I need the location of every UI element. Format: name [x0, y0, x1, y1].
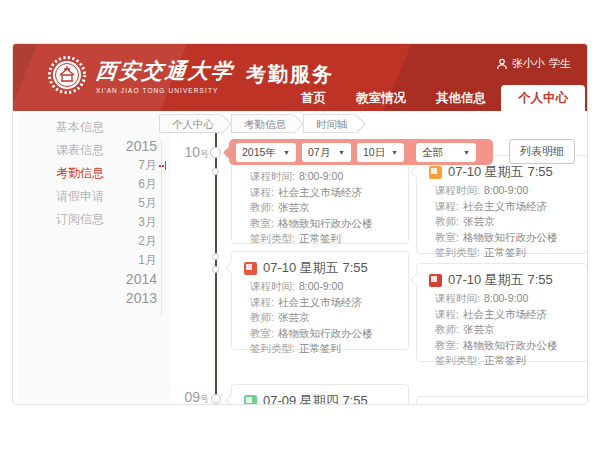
list-detail-button[interactable]: 列表明细 [509, 139, 575, 164]
chevron-down-icon: ▼ [338, 143, 345, 162]
timeline-month-nav: 2015 7月 6月 5月 3月 2月 1月 2014 2013 [109, 137, 157, 308]
field-value: 8:00-9:00 [299, 280, 343, 292]
user-role: 学生 [549, 56, 571, 71]
breadcrumb-personal-center[interactable]: 个人中心 [159, 114, 222, 133]
year-select[interactable]: 2015年▼ [236, 143, 296, 162]
field-value: 8:00-9:00 [484, 292, 528, 304]
nav-item-personal-center[interactable]: 个人中心 [501, 85, 585, 111]
timeline-nav-2014[interactable]: 2014 [109, 270, 157, 289]
field-label: 签到类型: [435, 354, 480, 366]
field-label: 签到类型: [250, 342, 295, 354]
field-value: 正常签到 [299, 342, 341, 354]
timeline-day-label-10: 10号 [169, 143, 209, 161]
signin-status-icon [429, 166, 442, 179]
nav-item-home[interactable]: 首页 [286, 85, 341, 111]
signin-status-icon [244, 395, 257, 406]
university-name-cn: 西安交通大学 [95, 57, 236, 85]
field-label: 课程时间: [435, 292, 480, 304]
app-window: 西安交通大学 XI'AN JIAO TONG UNIVERSITY 考勤服务 张… [12, 43, 588, 405]
attendance-card: 07-10 星期五 7:55 课程时间:8:00-9:00 课程:社会主义市场经… [416, 155, 588, 254]
app-title: 考勤服务 [246, 61, 334, 88]
nav-item-other[interactable]: 其他信息 [421, 85, 501, 111]
field-value: 格物致知行政办公楼 [463, 231, 558, 243]
field-value: 张芸京 [463, 215, 495, 227]
timeline-nav-may[interactable]: 5月 [109, 194, 157, 213]
field-value: 8:00-9:00 [299, 170, 343, 182]
attendance-card: 07-10 星期五 7:55 课程时间:8:00-9:00 课程:社会主义市场经… [231, 251, 409, 350]
chevron-down-icon: ▼ [283, 143, 290, 162]
content-area: 基本信息 课表信息 考勤信息 请假申请 订阅信息 个人中心 考勤信息 时间轴 2… [13, 111, 587, 405]
chevron-down-icon: ▼ [391, 143, 398, 162]
field-label: 课程: [435, 200, 459, 212]
attendance-card: 07-09 星期四 7:55 [231, 384, 409, 405]
user-icon [496, 58, 508, 70]
sidebar-item-basic-info[interactable]: 基本信息 [13, 116, 133, 139]
timeline-node [211, 394, 221, 404]
field-value: 8:00-9:00 [484, 184, 528, 196]
field-value: 正常签到 [299, 232, 341, 244]
field-label: 课程时间: [250, 280, 295, 292]
attendance-card: 07-10 星期五 7:55 课程时间:8:00-9:00 课程:社会主义市场经… [416, 263, 588, 362]
day-select[interactable]: 10日▼ [357, 143, 404, 162]
attendance-card-peek [416, 396, 588, 405]
field-value: 张芸京 [278, 311, 310, 323]
field-label: 教师: [250, 311, 274, 323]
university-name-en: XI'AN JIAO TONG UNIVERSITY [96, 87, 234, 94]
field-label: 课程: [250, 186, 274, 198]
month-nav-divider [161, 139, 162, 317]
card-title: 07-10 星期五 7:55 [263, 259, 368, 277]
timeline-nav-2015[interactable]: 2015 [109, 137, 157, 156]
field-label: 教室: [250, 327, 274, 339]
chevron-down-icon: ▼ [463, 143, 470, 162]
timeline-node [210, 147, 221, 158]
university-logo-icon [47, 55, 87, 95]
field-value: 格物致知行政办公楼 [278, 327, 373, 339]
signin-status-icon [429, 274, 442, 287]
field-label: 签到类型: [435, 246, 480, 258]
breadcrumb-attendance-info[interactable]: 考勤信息 [231, 114, 294, 133]
field-label: 签到类型: [250, 232, 295, 244]
timeline-nav-jul[interactable]: 7月 [109, 156, 157, 175]
type-select[interactable]: 全部▼ [416, 143, 476, 162]
card-title: 07-09 星期四 7:55 [263, 392, 368, 405]
field-value: 社会主义市场经济 [463, 200, 547, 212]
field-value: 正常签到 [484, 246, 526, 258]
field-label: 教室: [250, 217, 274, 229]
field-label: 课程: [250, 296, 274, 308]
field-value: 张芸京 [278, 201, 310, 213]
field-label: 课程时间: [250, 170, 295, 182]
field-label: 教室: [435, 231, 459, 243]
field-label: 教师: [435, 215, 459, 227]
timeline-nav-2013[interactable]: 2013 [109, 289, 157, 308]
timeline-day-label-09: 09号 [169, 388, 209, 405]
signin-status-icon [244, 262, 257, 275]
main-nav: 首页 教室情况 其他信息 个人中心 [286, 85, 585, 111]
field-value: 张芸京 [463, 323, 495, 335]
app-header: 西安交通大学 XI'AN JIAO TONG UNIVERSITY 考勤服务 张… [13, 44, 587, 111]
nav-item-classrooms[interactable]: 教室情况 [341, 85, 421, 111]
timeline-nav-jun[interactable]: 6月 [109, 175, 157, 194]
field-value: 社会主义市场经济 [278, 186, 362, 198]
card-title: 07-10 星期五 7:55 [448, 163, 553, 181]
breadcrumb: 个人中心 考勤信息 时间轴 [159, 114, 365, 133]
field-label: 教师: [250, 201, 274, 213]
date-filter-bubble: 2015年▼ 07月▼ 10日▼ 全部▼ [229, 139, 493, 165]
breadcrumb-timeline[interactable]: 时间轴 [303, 114, 356, 133]
card-title: 07-10 星期五 7:55 [448, 271, 553, 289]
field-value: 格物致知行政办公楼 [278, 217, 373, 229]
user-info[interactable]: 张小小 学生 [496, 56, 571, 71]
user-name: 张小小 [512, 56, 545, 71]
timeline-nav-feb[interactable]: 2月 [109, 232, 157, 251]
field-value: 社会主义市场经济 [463, 308, 547, 320]
timeline-nav-mar[interactable]: 3月 [109, 213, 157, 232]
field-value: 社会主义市场经济 [278, 296, 362, 308]
timeline-node [212, 253, 219, 260]
timeline-node [212, 168, 219, 175]
field-value: 格物致知行政办公楼 [463, 339, 558, 351]
timeline-nav-jan[interactable]: 1月 [109, 251, 157, 270]
field-value: 正常签到 [484, 354, 526, 366]
timeline-node [212, 266, 219, 273]
field-label: 教室: [435, 339, 459, 351]
field-label: 课程时间: [435, 184, 480, 196]
month-select[interactable]: 07月▼ [302, 143, 351, 162]
